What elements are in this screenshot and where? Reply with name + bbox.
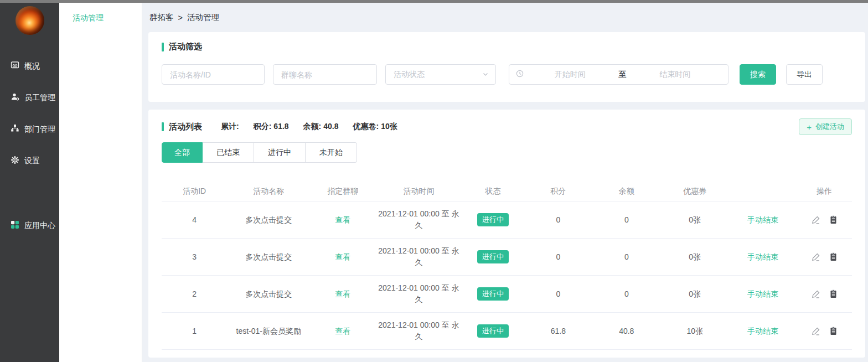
column-header: 活动ID [162,187,227,196]
view-group-link[interactable]: 查看 [335,252,350,261]
secondary-sidebar: 活动管理 [59,3,142,362]
column-header: 状态 [462,187,524,196]
tab-not-started[interactable]: 未开始 [306,142,357,163]
plus-icon: + [807,122,812,132]
company-avatar[interactable] [16,6,44,35]
cell-activity-id: 4 [162,214,227,226]
status-tabs: 全部已结束进行中未开始 [162,142,357,163]
sidebar-item-label: 部门管理 [24,125,55,135]
cell-coupon: 0张 [661,251,729,263]
settings-gear-icon [11,156,19,166]
view-group-link[interactable]: 查看 [335,215,350,224]
date-range-picker[interactable]: 开始时间 至 结束时间 [509,64,728,85]
activity-status-select[interactable]: 活动状态 [385,64,496,85]
sidebar-item-employees[interactable]: 员工管理 [0,82,59,113]
document-clipboard-icon[interactable] [829,327,838,335]
column-header: 活动时间 [376,187,462,196]
document-clipboard-icon[interactable] [829,289,838,298]
manual-end-link[interactable]: 手动结束 [747,289,778,298]
tab-all[interactable]: 全部 [162,142,203,163]
cell-coupon: 0张 [661,214,729,226]
filter-row: 活动状态 开始时间 至 结束时间 搜索 导出 [162,64,852,85]
sidebar-item-overview[interactable]: 概况 [0,50,59,82]
cell-activity-time: 2021-12-01 00:00 至 永久 [376,208,462,231]
sidebar-item-app-center[interactable]: 应用中心 [0,210,59,241]
filter-section-title: 活动筛选 [162,42,852,52]
cell-balance: 0 [592,288,660,300]
cell-group: 查看 [310,288,375,300]
cell-activity-time: 2021-12-01 00:00 至 永久 [376,282,462,306]
cell-operations [797,327,852,336]
cell-coupon: 0张 [661,288,729,300]
column-header: 活动名称 [227,187,310,196]
chevron-down-icon [482,70,489,79]
breadcrumb: 群拓客 > 活动管理 [148,3,865,32]
cell-status: 进行中 [462,250,524,263]
edit-pencil-icon[interactable] [811,215,820,225]
list-header: 活动列表 累计: 积分:61.8 余额:40.8 优惠卷:10张 + 创建活动 [162,118,852,135]
cell-group: 查看 [310,251,375,263]
points-total: 积分:61.8 [251,122,289,132]
cell-points: 0 [524,288,592,300]
cell-status: 进行中 [462,213,524,226]
manual-end-link[interactable]: 手动结束 [747,252,778,261]
sidebar-item-departments[interactable]: 部门管理 [0,113,59,145]
document-clipboard-icon[interactable] [829,215,838,224]
document-clipboard-icon[interactable] [829,252,838,261]
status-badge: 进行中 [477,324,509,338]
cell-activity-name: 多次点击提交 [227,214,310,226]
end-time-placeholder[interactable]: 结束时间 [629,70,722,80]
manual-end-link[interactable]: 手动结束 [747,327,778,335]
export-button[interactable]: 导出 [786,64,823,85]
sidebar-item-label: 概况 [24,61,40,71]
balance-total: 余额:40.8 [301,122,339,132]
title-accent-bar [162,43,164,51]
tab-ongoing[interactable]: 进行中 [254,142,306,163]
edit-pencil-icon[interactable] [811,252,820,262]
submenu-item-activity-management[interactable]: 活动管理 [59,3,142,23]
app-layout: 概况 员工管理 部门管理 设置 [0,3,868,362]
main-sidebar: 概况 员工管理 部门管理 设置 [0,3,59,362]
sidebar-nav: 概况 员工管理 部门管理 设置 [0,50,59,241]
cell-activity-time: 2021-12-01 00:00 至 永久 [376,319,462,343]
table-row: 3 多次点击提交 查看 2021-12-01 00:00 至 永久 进行中 0 … [162,239,852,276]
cell-balance: 40.8 [592,325,660,337]
cell-manual-end: 手动结束 [729,288,797,300]
table-row: 2 多次点击提交 查看 2021-12-01 00:00 至 永久 进行中 0 … [162,276,852,313]
start-time-placeholder[interactable]: 开始时间 [524,70,617,80]
total-label: 累计: [221,122,239,132]
sidebar-item-label: 应用中心 [24,221,55,231]
status-select-placeholder: 活动状态 [394,70,425,80]
cell-manual-end: 手动结束 [729,325,797,337]
breadcrumb-separator: > [178,13,183,22]
cell-points: 61.8 [524,325,592,337]
create-activity-button[interactable]: + 创建活动 [799,118,852,135]
cell-points: 0 [524,214,592,226]
search-button[interactable]: 搜索 [740,64,776,85]
cell-status: 进行中 [462,287,524,301]
main-content: 群拓客 > 活动管理 活动筛选 活动状态 [142,3,868,362]
manual-end-link[interactable]: 手动结束 [747,215,778,224]
sidebar-item-label: 设置 [24,156,40,166]
cell-balance: 0 [592,214,660,226]
edit-pencil-icon[interactable] [811,289,820,299]
table-row: 4 多次点击提交 查看 2021-12-01 00:00 至 永久 进行中 0 … [162,201,852,239]
clock-icon [516,70,524,79]
tab-ended[interactable]: 已结束 [203,142,254,163]
group-name-input[interactable] [273,64,377,85]
cell-operations [797,215,852,225]
table-row: 1 test-01-新会员奖励 查看 2021-12-01 00:00 至 永久… [162,313,852,350]
view-group-link[interactable]: 查看 [335,289,350,298]
sidebar-item-settings[interactable]: 设置 [0,145,59,177]
overview-chart-icon [11,61,19,71]
cell-manual-end: 手动结束 [729,251,797,263]
sidebar-item-label: 员工管理 [24,93,55,103]
totals-summary: 累计: 积分:61.8 余额:40.8 优惠卷:10张 [221,122,397,132]
activity-name-input[interactable] [162,64,265,85]
cell-activity-id: 3 [162,251,227,263]
view-group-link[interactable]: 查看 [335,327,350,335]
column-header: 指定群聊 [310,187,375,196]
activity-list-card: 活动列表 累计: 积分:61.8 余额:40.8 优惠卷:10张 + 创建活动 … [148,110,865,358]
edit-pencil-icon[interactable] [811,327,820,336]
breadcrumb-root[interactable]: 群拓客 [149,12,174,23]
